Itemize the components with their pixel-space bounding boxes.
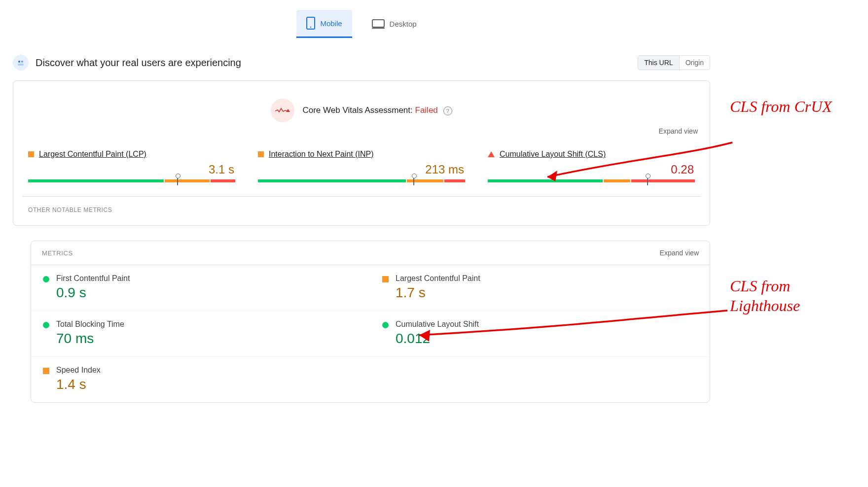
cwv-cls-value: 0.28 bbox=[488, 163, 694, 176]
lh-si-name: Speed Index bbox=[56, 366, 101, 375]
crux-panel: Core Web Vitals Assessment: Failed ? Exp… bbox=[13, 80, 710, 226]
lh-tbt-value: 70 ms bbox=[56, 331, 124, 347]
lh-lcp-name: Largest Contentful Paint bbox=[396, 274, 480, 283]
cwv-lcp-bar bbox=[28, 179, 235, 182]
lh-si: Speed Index 1.4 s bbox=[31, 357, 370, 402]
lh-cls: Cumulative Layout Shift 0.012 bbox=[370, 311, 710, 357]
square-amber-icon bbox=[258, 151, 264, 157]
other-metrics-label: OTHER NOTABLE METRICS bbox=[22, 197, 701, 213]
cwv-lcp-label[interactable]: Largest Contentful Paint (LCP) bbox=[39, 150, 146, 159]
svg-point-5 bbox=[21, 61, 23, 63]
lh-empty bbox=[370, 357, 710, 402]
lh-cls-value: 0.012 bbox=[396, 331, 479, 347]
cwv-inp-label[interactable]: Interaction to Next Paint (INP) bbox=[269, 150, 374, 159]
cwv-cls-label[interactable]: Cumulative Layout Shift (CLS) bbox=[500, 150, 606, 159]
scope-this-url[interactable]: This URL bbox=[638, 56, 679, 70]
scope-toggle: This URL Origin bbox=[638, 55, 710, 70]
annotation-crux: CLS from CrUX bbox=[730, 97, 858, 116]
lh-fcp-name: First Contentful Paint bbox=[56, 274, 130, 283]
cwv-cls: Cumulative Layout Shift (CLS) 0.28 bbox=[488, 150, 695, 182]
cwv-cls-bar bbox=[488, 179, 695, 182]
tab-mobile-label: Mobile bbox=[320, 19, 342, 28]
assessment-status: Failed bbox=[415, 105, 438, 115]
assessment-row: Core Web Vitals Assessment: Failed ? bbox=[22, 81, 701, 125]
desktop-icon bbox=[372, 19, 385, 29]
svg-rect-2 bbox=[372, 20, 384, 27]
circle-green-icon bbox=[382, 322, 389, 328]
lh-fcp-value: 0.9 s bbox=[56, 285, 130, 301]
cwv-lcp-value: 3.1 s bbox=[28, 163, 234, 176]
lh-cls-name: Cumulative Layout Shift bbox=[396, 320, 479, 329]
cwv-inp-value: 213 ms bbox=[258, 163, 464, 176]
circle-green-icon bbox=[43, 322, 49, 328]
annotation-lighthouse: CLS from Lighthouse bbox=[730, 276, 858, 315]
lighthouse-title: METRICS bbox=[42, 249, 73, 257]
lh-tbt-name: Total Blocking Time bbox=[56, 320, 124, 329]
expand-crux[interactable]: Expand view bbox=[22, 125, 701, 150]
assessment-badge-icon bbox=[271, 99, 294, 122]
section-header: Discover what your real users are experi… bbox=[13, 55, 710, 70]
svg-rect-3 bbox=[372, 28, 385, 29]
mobile-icon bbox=[306, 17, 315, 30]
tab-desktop-label: Desktop bbox=[390, 20, 417, 28]
tab-mobile[interactable]: Mobile bbox=[296, 10, 352, 38]
core-web-vitals-grid: Largest Contentful Paint (LCP) 3.1 s Int… bbox=[22, 150, 701, 197]
cwv-inp-bar bbox=[258, 179, 465, 182]
assessment-text: Core Web Vitals Assessment: Failed ? bbox=[302, 105, 452, 115]
expand-lighthouse[interactable]: Expand view bbox=[660, 249, 699, 257]
assessment-label: Core Web Vitals Assessment: bbox=[302, 105, 412, 115]
square-amber-icon bbox=[28, 151, 34, 157]
lh-si-value: 1.4 s bbox=[56, 377, 101, 392]
square-amber-icon bbox=[382, 276, 389, 282]
help-icon[interactable]: ? bbox=[443, 106, 452, 115]
users-icon bbox=[13, 55, 29, 70]
svg-rect-6 bbox=[18, 64, 24, 66]
square-amber-icon bbox=[43, 368, 49, 374]
circle-green-icon bbox=[43, 276, 49, 282]
lh-lcp: Largest Contentful Paint 1.7 s bbox=[370, 265, 710, 311]
device-tabs: Mobile Desktop bbox=[13, 10, 710, 38]
cwv-lcp: Largest Contentful Paint (LCP) 3.1 s bbox=[28, 150, 235, 182]
lh-tbt: Total Blocking Time 70 ms bbox=[31, 311, 370, 357]
tab-desktop[interactable]: Desktop bbox=[362, 10, 427, 38]
svg-point-4 bbox=[18, 61, 20, 63]
triangle-red-icon bbox=[488, 151, 495, 157]
lighthouse-panel: METRICS Expand view First Contentful Pai… bbox=[31, 241, 710, 403]
lh-fcp: First Contentful Paint 0.9 s bbox=[31, 265, 370, 311]
scope-origin[interactable]: Origin bbox=[679, 56, 710, 70]
svg-point-1 bbox=[310, 27, 311, 28]
cwv-inp: Interaction to Next Paint (INP) 213 ms bbox=[258, 150, 465, 182]
lh-lcp-value: 1.7 s bbox=[396, 285, 480, 301]
page-title: Discover what your real users are experi… bbox=[36, 57, 638, 69]
